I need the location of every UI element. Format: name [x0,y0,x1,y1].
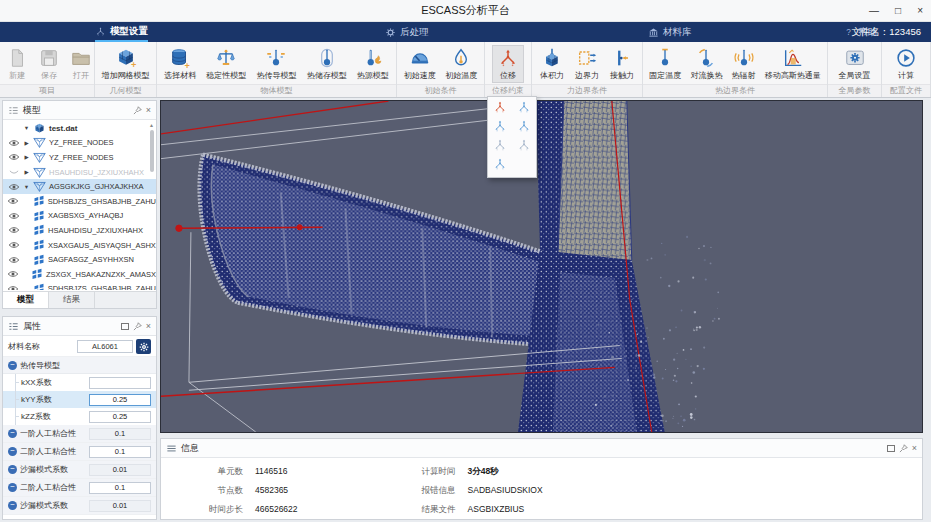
property-input[interactable]: 0.01 [89,464,151,476]
source-button[interactable]: 热源模型 [353,45,393,83]
stability-button[interactable]: 稳定性模型 [202,45,250,83]
pin-icon[interactable] [133,322,142,331]
collapse-minus-icon[interactable]: − [8,501,17,510]
expander-icon[interactable]: ▶ [23,169,30,175]
visibility-eye-icon[interactable] [7,254,20,266]
displacement-option-7[interactable] [488,156,512,175]
restore-icon[interactable] [887,445,895,452]
displacement-option-3[interactable] [488,118,512,137]
coefficient-input[interactable]: 0.25 [89,411,151,423]
property-row[interactable]: −沙漏模式系数0.01 [3,461,156,479]
menu-tab-3[interactable]: 材料库 [648,22,692,42]
close-icon[interactable]: × [146,322,151,331]
minimize-button[interactable]: — [869,6,879,16]
property-row[interactable]: −一阶人工粘合性0.1 [3,425,156,443]
material-name-input[interactable]: AL6061 [77,340,133,353]
displacement-option-1[interactable] [488,99,512,118]
fixed-temp-button[interactable]: 固定温度 [645,45,685,83]
displacement-button[interactable]: 位移 [492,45,524,83]
pin-icon[interactable] [133,106,142,115]
material-settings-button[interactable] [136,339,151,354]
menu-tab-2[interactable]: 后处理 [385,22,429,42]
expander-icon[interactable]: ▼ [23,125,30,131]
init-temp-button[interactable]: 初始温度 [441,45,481,83]
displacement-option-6[interactable] [512,137,536,156]
material-button[interactable]: +选择材料 [160,45,200,83]
conduct-model-section[interactable]: −热传导模型 [3,357,156,374]
visibility-eye-icon[interactable] [7,224,20,236]
body-force-button[interactable]: 体积力 [536,45,568,83]
visibility-eye-icon[interactable] [7,268,19,280]
close-icon[interactable]: × [146,106,151,115]
property-input[interactable]: 0.01 [89,500,151,512]
tree-node[interactable]: ▶YZ_FREE_NODES [3,150,156,165]
collapse-minus-icon[interactable]: − [8,465,17,474]
menu-tab-4[interactable]: ?帮助 [843,22,877,42]
global-settings-button[interactable]: 全局设置 [835,45,875,83]
property-row[interactable]: −沙漏模式系数0.01 [3,497,156,515]
close-icon[interactable]: × [912,444,917,453]
compute-button[interactable]: 计算 [890,45,922,83]
tree-node[interactable]: ▼AGSGKJKG_GJHXAJKHXA [3,179,156,194]
tree-scrollbar[interactable]: ▲ [148,122,155,289]
tree-node[interactable]: XAGBSXG_AYHAQBJ [3,209,156,224]
panel-tab-1[interactable]: 模型 [3,292,49,308]
scroll-thumb[interactable] [150,130,154,172]
tree-node[interactable]: SDHSBJZS_GHSABJHB_ZAHU [3,194,156,209]
tree-node[interactable]: ▶YZ_FREE_NODES [3,136,156,151]
coefficient-row[interactable]: kZZ系数0.25 [3,408,156,425]
pin-icon[interactable] [899,444,908,453]
collapse-minus-icon[interactable]: − [8,361,17,370]
coefficient-input[interactable] [89,377,151,389]
visibility-eye-icon[interactable] [7,195,20,207]
tree-node[interactable]: SDHSBJZS_GHSABJHB_ZAHU [3,282,156,290]
gauss-button[interactable]: 移动高斯热通量 [761,45,825,83]
property-input[interactable]: 0.1 [89,446,151,458]
tree-node[interactable]: SAGFASGZ_ASYHHXSN [3,252,156,267]
displacement-option-2[interactable] [512,99,536,118]
collapse-minus-icon[interactable]: − [8,483,17,492]
collapse-minus-icon[interactable]: − [8,447,17,456]
open-folder-button[interactable]: 打开 [65,45,97,83]
radiation-button[interactable]: 热辐射 [728,45,760,83]
property-row[interactable]: −二阶人工粘合性0.1 [3,479,156,497]
visibility-eye-icon[interactable] [7,210,20,222]
property-row[interactable]: −二阶人工粘合性0.1 [3,443,156,461]
tree-node[interactable]: ZSXGX_HSAKAZNZXK_AMASX [3,267,156,282]
tree-node[interactable]: XSAXGAUS_AISYAQSH_ASHX [3,238,156,253]
save-button[interactable]: 保存 [33,45,65,83]
property-input[interactable]: 0.1 [89,482,151,494]
coefficient-row[interactable]: kXX系数 [3,374,156,391]
contact-force-button[interactable]: 接触力 [606,45,638,83]
visibility-eye-icon[interactable] [7,239,20,251]
boundary-force-button[interactable]: 边界力 [571,45,603,83]
new-file-button[interactable]: 新建 [1,45,33,83]
expander-icon[interactable]: ▼ [23,184,30,190]
visibility-eye-icon[interactable] [7,181,20,193]
property-input[interactable]: 0.1 [89,428,151,440]
tree-root-node[interactable]: ▼test.dat [3,121,156,136]
collapse-minus-icon[interactable]: − [8,429,17,438]
visibility-eye-icon[interactable] [7,137,20,149]
expander-icon[interactable]: ▶ [23,154,30,160]
scroll-up-icon[interactable]: ▲ [149,122,154,128]
maximize-button[interactable]: □ [895,6,901,16]
tree-node[interactable]: ▶HSAUHDISU_JZXIUXHAHX [3,165,156,180]
coefficient-input[interactable]: 0.25 [89,394,151,406]
add-mesh-button[interactable]: +增加网格模型 [98,45,154,83]
menu-tab-1[interactable]: 模型设置 [95,22,148,42]
visibility-eye-icon[interactable] [7,283,20,290]
storage-button[interactable]: 热储存模型 [303,45,351,83]
expander-icon[interactable]: ▶ [23,140,30,146]
tree-node[interactable]: HSAUHDISU_JZXIUXHAHX [3,223,156,238]
coefficient-row[interactable]: kYY系数0.25 [3,391,156,408]
convection-button[interactable]: 对流换热 [686,45,726,83]
viewport-3d[interactable] [160,100,923,433]
init-velocity-button[interactable]: 初始速度 [400,45,440,83]
close-button[interactable]: × [917,6,923,16]
visibility-eye-icon[interactable] [7,166,20,178]
panel-tab-2[interactable]: 结果 [49,292,95,308]
visibility-eye-icon[interactable] [7,151,20,163]
conduct-button[interactable]: 热传导模型 [252,45,300,83]
displacement-option-5[interactable] [488,137,512,156]
